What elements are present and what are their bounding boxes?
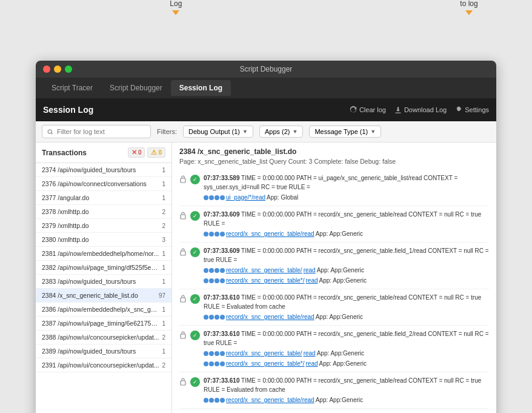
svg-rect-2 (181, 178, 185, 183)
transaction-list: 2374 /api/now/guided_tours/tours12376 /a… (36, 163, 171, 372)
header-title: Session Log (43, 105, 93, 115)
filter-bar: Filters: Debug Output (1) ▼ Apps (2) ▼ M… (36, 121, 496, 143)
error-badge: ✕ 0 (128, 147, 145, 158)
minimize-button[interactable] (54, 65, 61, 73)
log-link[interactable]: read (306, 276, 318, 285)
log-link[interactable]: read (304, 349, 316, 358)
log-body: 07:37:33.609 TIME = 0:00:00.000 PATH = r… (204, 246, 489, 285)
log-link[interactable]: record/x_snc_generic_table/read (226, 395, 314, 405)
error-badges: ✕ 0 ⚠ 0 (128, 147, 165, 158)
message-type-dropdown[interactable]: Message Type (1) ▼ (309, 126, 381, 138)
log-entries: ✓ 07:37:33.589 TIME = 0:00:00.000 PATH =… (179, 170, 489, 413)
svg-rect-7 (181, 381, 185, 385)
header-bar: Session Log Clear log Download Log Setti… (36, 98, 496, 121)
transaction-item[interactable]: 2391 /api/now/ui/concoursepicker/updat..… (36, 358, 171, 372)
traffic-lights (43, 65, 72, 73)
clear-log-button[interactable]: Clear log (350, 106, 386, 113)
svg-rect-5 (181, 298, 185, 302)
log-link[interactable]: record/x_snc_generic_table/ (226, 349, 302, 358)
transaction-item[interactable]: 2383 /api/now/guided_tours/tours1 (36, 275, 171, 289)
status-ok-icon: ✓ (190, 175, 200, 184)
transaction-item[interactable]: 2379 /xmlhttp.do2 (36, 219, 171, 233)
log-link[interactable]: record/x_snc_generic_table/read (226, 312, 314, 321)
status-ok-icon: ✓ (190, 331, 200, 340)
detail-title: 2384 /x_snc_generic_table_list.do (179, 147, 489, 156)
log-link[interactable]: record/x_snc_generic_table*/ (226, 359, 305, 368)
filter-search-icon (47, 129, 53, 135)
status-ok-icon: ✓ (190, 211, 200, 221)
annotation-session-log: Session Log (163, 0, 189, 16)
transaction-item[interactable]: 2386 /api/now/embeddedhelp/x_snc_gen...1 (36, 303, 171, 317)
svg-rect-6 (181, 334, 185, 338)
svg-line-1 (52, 133, 53, 134)
log-link[interactable]: read (304, 266, 316, 275)
main-window: Script Debugger Script Tracer Script Deb… (36, 61, 496, 413)
log-entry: ✕ 07:37:33.611 TIME = 0:00:00.000 PATH =… (179, 409, 489, 413)
log-entry: ✓ 07:37:33.589 TIME = 0:00:00.000 PATH =… (179, 170, 489, 206)
log-entry: ✓ 07:37:33.609 TIME = 0:00:00.000 PATH =… (179, 206, 489, 243)
transaction-item[interactable]: 2389 /api/now/guided_tours/tours1 (36, 344, 171, 358)
detail-pane[interactable]: 2384 /x_snc_generic_table_list.do Page: … (172, 143, 496, 413)
log-body: 07:37:33.609 TIME = 0:00:00.000 PATH = r… (204, 210, 489, 238)
tab-session-log[interactable]: Session Log (171, 80, 231, 96)
transaction-item[interactable]: 2381 /api/now/embeddedhelp/home/nor...1 (36, 247, 171, 261)
filters-label: Filters: (157, 128, 177, 135)
detail-subtitle: Page: x_snc_generic_table_list Query Cou… (179, 158, 489, 165)
transactions-sidebar[interactable]: Transactions ✕ 0 ⚠ 0 2374 /api/now/guide… (36, 143, 172, 413)
debug-output-dropdown[interactable]: Debug Output (1) ▼ (183, 126, 253, 138)
download-log-button[interactable]: Download Log (394, 106, 447, 113)
tab-script-tracer[interactable]: Script Tracer (43, 80, 101, 96)
maximize-button[interactable] (65, 65, 72, 73)
close-button[interactable] (43, 65, 50, 73)
warn-badge: ⚠ 0 (147, 147, 165, 158)
lock-icon (179, 247, 187, 256)
refresh-icon (350, 106, 357, 113)
status-ok-icon: ✓ (190, 247, 200, 257)
sidebar-header: Transactions ✕ 0 ⚠ 0 (36, 143, 171, 163)
log-entry: ✓ 07:37:33.610 TIME = 0:00:00.000 PATH =… (179, 372, 489, 409)
main-content: Transactions ✕ 0 ⚠ 0 2374 /api/now/guide… (36, 143, 496, 413)
apps-dropdown[interactable]: Apps (2) ▼ (259, 126, 304, 138)
annotation-specify: Specify what to log (442, 0, 496, 16)
transaction-item[interactable]: 2384 /x_snc_generic_table_list.do97 (36, 289, 171, 303)
settings-button[interactable]: Settings (455, 106, 489, 113)
log-entry: ✓ 07:37:33.610 TIME = 0:00:00.000 PATH =… (179, 326, 489, 372)
log-body: 07:37:33.589 TIME = 0:00:00.000 PATH = u… (204, 173, 489, 202)
status-ok-icon: ✓ (190, 294, 200, 304)
log-link[interactable]: record/x_snc_generic_table/read (226, 229, 314, 238)
lock-icon (179, 211, 187, 220)
lock-icon (179, 331, 187, 339)
transaction-item[interactable]: 2378 /xmlhttp.do2 (36, 205, 171, 219)
log-entry: ✓ 07:37:33.610 TIME = 0:00:00.000 PATH =… (179, 289, 489, 326)
transaction-item[interactable]: 2374 /api/now/guided_tours/tours1 (36, 163, 171, 177)
settings-icon (455, 106, 462, 113)
svg-rect-4 (181, 251, 185, 255)
status-ok-icon: ✓ (190, 377, 200, 387)
download-icon (394, 106, 402, 113)
lock-icon (179, 377, 187, 386)
tab-script-debugger[interactable]: Script Debugger (101, 80, 171, 96)
transaction-item[interactable]: 2388 /api/now/ui/concoursepicker/updat..… (36, 331, 171, 344)
log-body: 07:37:33.610 TIME = 0:00:00.000 PATH = r… (204, 293, 489, 321)
nav-tabs: Script Tracer Script Debugger Session Lo… (36, 78, 496, 98)
outer-wrapper: Session Log Specify what to log Script D… (36, 24, 496, 413)
log-link[interactable]: ui_page/*/read (226, 193, 265, 202)
lock-icon (179, 294, 187, 303)
log-body: 07:37:33.610 TIME = 0:00:00.000 PATH = r… (204, 376, 489, 405)
log-entry: ✓ 07:37:33.609 TIME = 0:00:00.000 PATH =… (179, 243, 489, 289)
title-bar: Script Debugger (36, 61, 496, 78)
filter-text-input[interactable] (57, 128, 145, 135)
filter-input-container[interactable] (42, 125, 151, 138)
svg-rect-3 (181, 215, 185, 219)
transaction-item[interactable]: 2377 /angular.do1 (36, 191, 171, 205)
log-link[interactable]: record/x_snc_generic_table*/ (226, 276, 305, 285)
transaction-item[interactable]: 2382 /api/now/ui/page_timing/df525f5e1..… (36, 261, 171, 275)
transaction-item[interactable]: 2376 /api/now/connect/conversations1 (36, 177, 171, 191)
transaction-item[interactable]: 2387 /api/now/ui/page_timing/6e62175e...… (36, 317, 171, 331)
lock-icon (179, 175, 187, 183)
log-link[interactable]: read (306, 359, 318, 368)
transaction-item[interactable]: 2380 /xmlhttp.do3 (36, 233, 171, 247)
log-link[interactable]: record/x_snc_generic_table/ (226, 266, 302, 275)
log-body: 07:37:33.610 TIME = 0:00:00.000 PATH = r… (204, 329, 489, 368)
header-actions: Clear log Download Log Settings (350, 106, 489, 113)
